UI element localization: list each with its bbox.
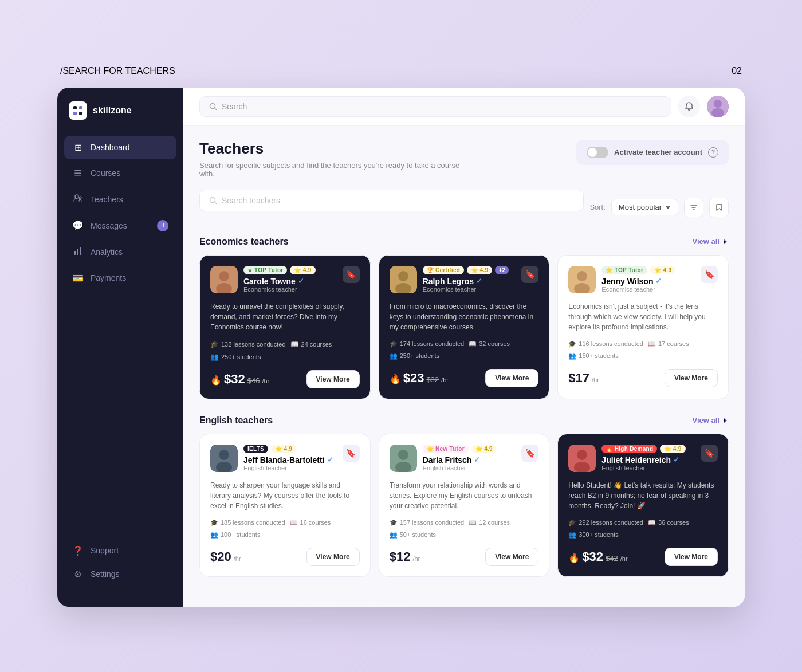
view-more-button-darla[interactable]: View More: [485, 548, 538, 566]
bookmark-button-jenny[interactable]: 🔖: [701, 266, 718, 283]
sidebar-logo: skillzone: [57, 101, 183, 136]
bookmark-button-carole[interactable]: 🔖: [343, 266, 360, 283]
lessons-stat-darla: 🎓 157 lessons conducted: [390, 519, 465, 526]
card-top-carole: TOP Tutor ⭐ 4.9 Carole Towne: [210, 266, 360, 293]
sidebar-item-support[interactable]: ❓ Support: [64, 539, 176, 563]
card-description-jenny: Economics isn't just a subject - it's th…: [568, 301, 718, 332]
price-old-ralph: $32: [426, 375, 439, 384]
bookmark-button-darla[interactable]: 🔖: [521, 445, 538, 462]
svg-point-11: [714, 100, 722, 108]
courses-stat-ralph: 📖 32 courses: [469, 340, 510, 348]
courses-stat-darla: 📖 12 courses: [469, 519, 510, 526]
english-view-all-button[interactable]: View all: [693, 416, 729, 425]
card-footer-jeff: $20 /hr View More: [210, 548, 360, 566]
sidebar-item-analytics[interactable]: Analytics: [64, 240, 176, 264]
sidebar-item-teachers[interactable]: Teachers: [64, 187, 176, 211]
teacher-name-block-ralph: 🏆 Certified ⭐ 4.9 +2 Ralph Legros ✓: [423, 266, 509, 293]
view-more-button-juliet[interactable]: View More: [665, 548, 718, 566]
view-more-button-ralph[interactable]: View More: [485, 369, 538, 387]
svg-rect-3: [79, 112, 82, 115]
badge-rating-darla: ⭐ 4.9: [471, 445, 497, 453]
sidebar-label-courses: Courses: [91, 168, 120, 178]
economics-section-title: Economics teachers: [199, 237, 289, 247]
teacher-role-ralph: Economics teacher: [423, 286, 509, 293]
teacher-role-darla: English teacher: [423, 465, 497, 471]
bookmark-icon: [715, 203, 723, 211]
badge-ielts-jeff: IELTS: [243, 445, 268, 453]
sidebar-item-settings[interactable]: ⚙ Settings: [64, 563, 176, 586]
sidebar-item-payments[interactable]: 💳 Payments: [64, 266, 176, 290]
bookmark-button-juliet[interactable]: 🔖: [701, 445, 718, 462]
sidebar-label-analytics: Analytics: [91, 247, 123, 257]
card-description-darla: Transform your relationship with words a…: [390, 480, 539, 511]
teacher-role-jeff: English teacher: [243, 465, 333, 471]
teacher-role-juliet: English teacher: [602, 465, 685, 471]
jeff-photo-image: [210, 445, 238, 472]
jenny-photo-image: [568, 266, 596, 293]
sidebar-bottom: ❓ Support ⚙ Settings: [57, 532, 183, 593]
courses-stat-jenny: 📖 17 courses: [648, 340, 689, 348]
teachers-icon: [72, 194, 84, 205]
teacher-name-block-jenny: ⭐ TOP Tutor ⭐ 4.9 Jenny Wilson ✓ Economi…: [602, 266, 675, 293]
svg-point-21: [398, 271, 408, 281]
activate-toggle[interactable]: [587, 147, 608, 158]
teacher-card-ralph: 🏆 Certified ⭐ 4.9 +2 Ralph Legros ✓: [379, 255, 550, 399]
filter-button[interactable]: [684, 198, 703, 217]
bookmark-filter-button[interactable]: [709, 198, 729, 217]
sort-label: Sort:: [589, 203, 605, 211]
badge-top-tutor-jenny: ⭐ TOP Tutor: [602, 266, 647, 274]
teacher-name-carole: Carole Towne ✓: [243, 277, 316, 286]
sidebar-item-messages[interactable]: 💬 Messages 8: [64, 214, 176, 238]
card-badges-jeff: IELTS ⭐ 4.9: [243, 445, 333, 453]
teacher-card-darla: 🌟 New Tutor ⭐ 4.9 Darla Fritsch ✓ Englis…: [379, 434, 550, 577]
card-top-jeff: IELTS ⭐ 4.9 Jeff Blanda-Bartoletti ✓ Eng…: [210, 445, 360, 472]
price-unit-jenny: /hr: [592, 376, 599, 383]
card-footer-juliet: 🔥 $32 $42 /hr View More: [568, 548, 718, 566]
verified-icon-darla: ✓: [474, 455, 480, 464]
settings-icon: ⚙: [72, 569, 84, 580]
teacher-search-bar[interactable]: Search teachers: [199, 190, 584, 211]
notifications-button[interactable]: [678, 96, 700, 117]
english-view-all-label: View all: [693, 416, 720, 425]
sidebar-label-teachers: Teachers: [91, 195, 123, 204]
badge-rating-juliet: ⭐ 4.9: [660, 445, 685, 453]
svg-point-9: [210, 103, 215, 108]
fire-icon-juliet: 🔥: [568, 552, 580, 563]
global-search-bar[interactable]: Search: [199, 96, 671, 117]
teacher-photo-darla: [390, 445, 417, 472]
teacher-name-jeff: Jeff Blanda-Bartoletti ✓: [243, 455, 333, 465]
chevron-down-icon: [665, 205, 671, 210]
content-area: Teachers Search for specific subjects an…: [183, 126, 745, 607]
sidebar-item-dashboard[interactable]: ⊞ Dashboard: [64, 136, 176, 159]
activate-teacher-button[interactable]: Activate teacher account ?: [576, 140, 729, 165]
help-icon[interactable]: ?: [708, 147, 718, 158]
sort-dropdown[interactable]: Most popular: [611, 199, 678, 215]
sort-value: Most popular: [619, 203, 662, 211]
teacher-search-row: Search teachers Sort: Most popular: [199, 190, 729, 225]
fire-icon-carole: 🔥: [210, 375, 222, 386]
view-more-button-jeff[interactable]: View More: [306, 548, 360, 566]
card-badges-carole: TOP Tutor ⭐ 4.9: [243, 266, 316, 274]
bookmark-button-ralph[interactable]: 🔖: [521, 266, 538, 283]
dashboard-icon: ⊞: [72, 142, 84, 153]
verified-icon-ralph: ✓: [476, 277, 482, 285]
avatar-photo: [707, 96, 729, 117]
teacher-name-block-darla: 🌟 New Tutor ⭐ 4.9 Darla Fritsch ✓ Englis…: [423, 445, 497, 471]
view-more-button-carole[interactable]: View More: [306, 370, 360, 388]
user-avatar[interactable]: [707, 96, 729, 117]
svg-point-4: [75, 195, 78, 198]
card-footer-jenny: $17 /hr View More: [568, 369, 718, 387]
bookmark-button-jeff[interactable]: 🔖: [343, 445, 360, 462]
courses-icon: 📖: [290, 340, 299, 348]
svg-point-27: [219, 450, 229, 460]
card-description-ralph: From micro to macroeconomics, discover t…: [390, 301, 539, 332]
card-stats-ralph: 🎓 174 lessons conducted 📖 32 courses 👥 2…: [390, 340, 539, 360]
view-more-button-jenny[interactable]: View More: [665, 369, 718, 387]
lessons-stat-jeff: 🎓 185 lessons conducted: [210, 519, 285, 526]
badge-high-demand-juliet: 🔥 High Demand: [602, 445, 657, 453]
sidebar-item-courses[interactable]: ☰ Courses: [64, 162, 176, 185]
price-unit-ralph: /hr: [441, 376, 449, 383]
analytics-icon: [72, 246, 84, 258]
economics-view-all-button[interactable]: View all: [693, 237, 729, 246]
courses-icon: ☰: [72, 168, 84, 179]
